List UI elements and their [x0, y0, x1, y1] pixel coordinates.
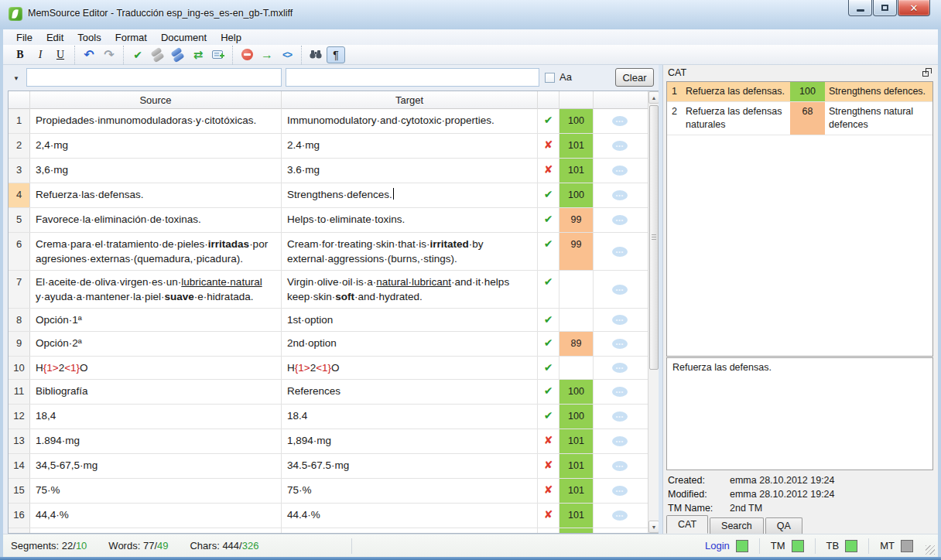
segment-number[interactable]: 7 [9, 271, 30, 308]
comment-bubble-icon[interactable] [612, 315, 628, 325]
source-cell[interactable]: Bibliografía [30, 380, 282, 404]
tab-cat[interactable]: CAT [666, 515, 708, 534]
formatting-marks-toggle[interactable]: ¶ [327, 46, 345, 63]
target-cell[interactable]: 12.99·% [282, 528, 538, 533]
source-cell[interactable]: Refuerza·las·defensas. [30, 183, 282, 207]
comment-bubble-icon[interactable] [612, 363, 628, 373]
target-cell[interactable]: 3.6·mg [282, 159, 538, 183]
source-cell[interactable]: 2,4·mg [30, 134, 282, 158]
remove-button[interactable] [238, 46, 256, 63]
segment-number[interactable]: 6 [9, 233, 30, 270]
menu-item-file[interactable]: File [9, 30, 39, 45]
target-cell[interactable]: Virgin·olive·oil·is·a·natural·lubricant·… [282, 271, 538, 308]
grid-scrollbar[interactable]: ▲ ▼ [648, 91, 659, 533]
source-cell[interactable]: 18,4 [30, 405, 282, 429]
menu-item-help[interactable]: Help [214, 30, 248, 45]
find-button[interactable] [306, 46, 325, 63]
segment-number[interactable]: 10 [9, 357, 30, 379]
menu-item-tools[interactable]: Tools [70, 30, 108, 45]
comment-bubble-icon[interactable] [612, 339, 628, 349]
menu-item-edit[interactable]: Edit [39, 30, 70, 45]
login-link[interactable]: Login [705, 540, 730, 551]
comment-bubble-icon[interactable] [612, 190, 628, 200]
source-cell[interactable]: 75·% [30, 479, 282, 503]
segment-number[interactable]: 12 [9, 405, 30, 429]
scrollbar-thumb[interactable] [649, 105, 659, 370]
next-segment-button[interactable]: → [258, 46, 276, 63]
target-cell[interactable]: H{1>2<1}O [282, 357, 538, 379]
segment-number[interactable]: 2 [9, 134, 30, 158]
target-cell[interactable]: 75·% [282, 479, 538, 503]
target-cell[interactable]: References [282, 380, 538, 404]
menu-item-format[interactable]: Format [108, 30, 154, 45]
split-segment-button[interactable] [169, 46, 187, 63]
tb-status[interactable]: TB [816, 540, 869, 552]
source-cell[interactable]: Favorece·la·eliminación·de·toxinas. [30, 208, 282, 232]
segment-number[interactable]: 5 [9, 208, 30, 232]
target-filter-input[interactable] [286, 68, 539, 87]
source-cell[interactable]: El·aceite·de·oliva·virgen·es·un·lubrican… [30, 271, 282, 308]
comment-bubble-icon[interactable] [612, 387, 628, 397]
source-cell[interactable]: 44,4·% [30, 504, 282, 528]
maximize-button[interactable] [873, 0, 897, 16]
comment-bubble-icon[interactable] [612, 166, 628, 176]
source-cell[interactable]: 34,5-67,5·mg [30, 454, 282, 478]
segment-number[interactable]: 17 [9, 528, 30, 533]
target-cell[interactable]: Helps·to·eliminate·toxins. [282, 208, 538, 232]
comment-bubble-icon[interactable] [612, 486, 628, 496]
comment-bubble-icon[interactable] [612, 411, 628, 422]
comment-bubble-icon[interactable] [612, 461, 628, 471]
cat-match-row-2[interactable]: 2Refuerza las defensas naturales68Streng… [667, 102, 932, 135]
float-panel-icon[interactable] [922, 68, 932, 77]
source-cell[interactable]: Crema·para·el·tratamiento·de·pieles·irri… [30, 233, 282, 270]
underline-button[interactable]: U [51, 46, 70, 63]
comment-bubble-icon[interactable] [612, 510, 628, 521]
tm-status[interactable]: TM [760, 540, 815, 552]
segment-number[interactable]: 1 [9, 109, 30, 133]
close-button[interactable]: ✕ [898, 0, 930, 16]
segment-number[interactable]: 14 [9, 454, 30, 478]
sync-button[interactable]: ⇄ [189, 46, 207, 63]
scroll-up-icon[interactable]: ▲ [648, 91, 659, 104]
clear-filter-button[interactable]: Clear [615, 68, 654, 87]
italic-button[interactable]: I [31, 46, 50, 63]
undo-button[interactable]: ↶ [80, 46, 98, 63]
target-cell[interactable]: 2.4·mg [282, 134, 538, 158]
target-cell[interactable]: Immunomodulatory·and·cytotoxic·propertie… [282, 109, 538, 133]
join-segments-button[interactable] [149, 46, 167, 63]
comment-bubble-icon[interactable] [612, 116, 628, 126]
tab-qa[interactable]: QA [765, 517, 802, 534]
scroll-down-icon[interactable]: ▼ [648, 521, 659, 533]
login-status[interactable]: Login [694, 540, 759, 552]
source-header[interactable]: Source [30, 91, 282, 109]
segment-number[interactable]: 8 [9, 309, 30, 331]
segment-number[interactable]: 11 [9, 380, 30, 404]
comment-bubble-icon[interactable] [612, 436, 628, 446]
redo-button[interactable]: ↷ [100, 46, 118, 63]
target-header[interactable]: Target [282, 91, 538, 109]
confirm-segment-button[interactable]: ✔ [128, 46, 147, 63]
segment-number[interactable]: 4 [9, 183, 30, 207]
add-term-button[interactable] [209, 46, 228, 63]
segment-number[interactable]: 3 [9, 159, 30, 183]
source-cell[interactable]: Opción·1ª [30, 309, 282, 331]
source-cell[interactable]: 3,6·mg [30, 159, 282, 183]
bold-button[interactable]: B [11, 46, 29, 63]
source-cell[interactable]: H{1>2<1}O [30, 357, 282, 379]
tab-search[interactable]: Search [710, 517, 764, 534]
comment-bubble-icon[interactable] [612, 247, 628, 257]
menu-item-document[interactable]: Document [154, 30, 214, 45]
filter-dropdown-button[interactable]: ▼ [9, 71, 23, 85]
minimize-button[interactable] [848, 0, 872, 16]
target-cell[interactable]: 18.4 [282, 405, 538, 429]
target-cell[interactable]: 44.4·% [282, 504, 538, 528]
resize-grip[interactable] [926, 545, 935, 555]
source-cell[interactable]: 1.894·mg [30, 429, 282, 453]
target-cell[interactable]: 1st·option [282, 309, 538, 331]
comment-bubble-icon[interactable] [612, 215, 628, 225]
segment-number[interactable]: 16 [9, 504, 30, 528]
target-cell[interactable]: 34.5-67.5·mg [282, 454, 538, 478]
source-cell[interactable]: Propiedades·inmunomoduladoras·y·citotóxi… [30, 109, 282, 133]
case-sensitive-checkbox[interactable] [545, 73, 555, 83]
segment-number[interactable]: 13 [9, 429, 30, 453]
